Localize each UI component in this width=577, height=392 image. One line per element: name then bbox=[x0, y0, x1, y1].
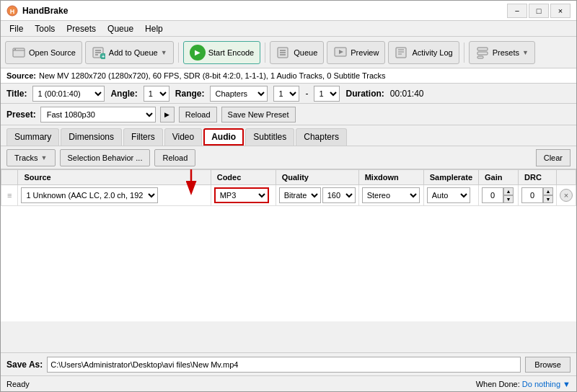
source-cell: 1 Unknown (AAC LC, 2.0 ch, 192 kbps) bbox=[18, 185, 211, 206]
svg-rect-22 bbox=[477, 56, 483, 58]
menu-file[interactable]: File bbox=[4, 22, 29, 35]
drc-spin-buttons: ▲ ▼ bbox=[543, 187, 553, 203]
open-source-button[interactable]: Open Source bbox=[5, 41, 82, 64]
start-encode-icon: ▶ bbox=[190, 45, 206, 61]
start-encode-label: Start Encode bbox=[208, 48, 255, 57]
tab-audio[interactable]: Audio bbox=[203, 128, 244, 146]
toolbar-separator-1 bbox=[178, 43, 179, 63]
add-to-queue-arrow[interactable]: ▼ bbox=[161, 49, 167, 56]
menu-tools[interactable]: Tools bbox=[29, 22, 61, 35]
save-new-preset-button[interactable]: Save New Preset bbox=[221, 107, 296, 122]
gain-down-button[interactable]: ▼ bbox=[503, 195, 514, 203]
menu-presets[interactable]: Presets bbox=[61, 22, 102, 35]
delete-track-button[interactable]: × bbox=[560, 189, 573, 202]
preset-select[interactable]: Fast 1080p30 bbox=[40, 107, 156, 122]
audio-table-area: Source Codec Quality Mixdown Samplerate … bbox=[1, 169, 576, 206]
drc-cell: ▲ ▼ bbox=[519, 185, 557, 206]
presets-arrow: ▼ bbox=[522, 49, 529, 56]
quality-value-select[interactable]: 160 bbox=[322, 187, 356, 203]
samplerate-select[interactable]: Auto bbox=[427, 187, 470, 203]
tab-chapters[interactable]: Chapters bbox=[296, 128, 347, 146]
queue-icon bbox=[276, 45, 291, 60]
maximize-button[interactable]: □ bbox=[529, 4, 549, 18]
reload-audio-button[interactable]: Reload bbox=[154, 149, 195, 166]
toolbar-separator-3 bbox=[464, 43, 464, 63]
mixdown-select[interactable]: Stereo bbox=[362, 187, 420, 203]
save-as-row: Save As: Browse bbox=[1, 352, 576, 375]
add-to-queue-icon: + bbox=[92, 45, 106, 60]
tracks-button[interactable]: Tracks ▼ bbox=[6, 149, 56, 166]
source-info-bar: Source: New MV 1280x720 (1280x720), 60 F… bbox=[1, 68, 576, 84]
activity-log-button[interactable]: Activity Log bbox=[388, 41, 459, 64]
tab-summary[interactable]: Summary bbox=[6, 128, 59, 146]
browse-button[interactable]: Browse bbox=[525, 357, 571, 373]
menu-queue[interactable]: Queue bbox=[102, 22, 139, 35]
delete-cell: × bbox=[557, 185, 576, 206]
col-delete bbox=[557, 170, 576, 185]
duration-label: Duration: bbox=[345, 89, 384, 99]
quality-type-select[interactable]: Bitrate: bbox=[279, 187, 321, 203]
codec-cell: MP3 AAC (avcodec) AC3 E-AC3 Flac 16-bit bbox=[211, 185, 276, 206]
drag-handle-icon[interactable]: ≡ bbox=[4, 191, 14, 200]
minimize-button[interactable]: − bbox=[507, 4, 527, 18]
range-select[interactable]: Chapters bbox=[210, 86, 268, 102]
preview-label: Preview bbox=[351, 48, 379, 57]
table-header-row: Source Codec Quality Mixdown Samplerate … bbox=[1, 170, 576, 185]
save-path-input[interactable] bbox=[47, 357, 521, 373]
titlebar-controls: − □ × bbox=[507, 4, 571, 18]
status-text: Ready bbox=[6, 380, 30, 388]
preview-button[interactable]: Preview bbox=[327, 41, 385, 64]
presets-label: Presets bbox=[493, 48, 519, 57]
preset-expand-button[interactable]: ▶ bbox=[160, 107, 175, 122]
col-drag bbox=[1, 170, 18, 185]
col-source: Source bbox=[18, 170, 211, 185]
drc-up-button[interactable]: ▲ bbox=[543, 187, 553, 195]
selection-behavior-button[interactable]: Selection Behavior ... bbox=[60, 149, 151, 166]
codec-select[interactable]: MP3 AAC (avcodec) AC3 E-AC3 Flac 16-bit bbox=[214, 187, 269, 203]
range-label: Range: bbox=[175, 89, 205, 99]
range-separator: - bbox=[305, 89, 308, 99]
reload-preset-button[interactable]: Reload bbox=[179, 107, 217, 122]
when-done-label: When Done: bbox=[476, 380, 520, 388]
menubar: File Tools Presets Queue Help bbox=[1, 21, 576, 37]
angle-select[interactable]: 1 bbox=[144, 86, 169, 102]
activity-log-icon bbox=[395, 45, 409, 60]
gain-up-button[interactable]: ▲ bbox=[503, 187, 514, 195]
tracks-label: Tracks bbox=[14, 153, 38, 162]
col-gain: Gain bbox=[479, 170, 519, 185]
title-select[interactable]: 1 (00:01:40) bbox=[32, 86, 105, 102]
presets-icon bbox=[475, 45, 490, 60]
tab-video[interactable]: Video bbox=[164, 128, 202, 146]
tab-subtitles[interactable]: Subtitles bbox=[245, 128, 294, 146]
title-row: Title: 1 (00:01:40) Angle: 1 Range: Chap… bbox=[1, 84, 576, 104]
presets-button[interactable]: Presets ▼ bbox=[469, 41, 535, 64]
svg-rect-21 bbox=[477, 52, 488, 55]
queue-label: Queue bbox=[294, 48, 317, 57]
clear-button[interactable]: Clear bbox=[536, 149, 571, 166]
menu-help[interactable]: Help bbox=[139, 22, 169, 35]
drc-down-button[interactable]: ▼ bbox=[543, 195, 553, 203]
source-label: Source: bbox=[6, 71, 36, 80]
when-done-value[interactable]: Do nothing ▼ bbox=[522, 380, 571, 388]
toolbar: Open Source + Add to Queue ▼ ▶ Start Enc… bbox=[1, 37, 576, 68]
chapter-start-select[interactable]: 1 bbox=[273, 86, 299, 102]
mixdown-cell: Stereo bbox=[358, 185, 423, 206]
source-value: New MV 1280x720 (1280x720), 60 FPS, SDR … bbox=[39, 71, 386, 80]
titlebar-left: H HandBrake bbox=[6, 5, 68, 17]
close-button[interactable]: × bbox=[550, 4, 571, 18]
start-encode-button[interactable]: ▶ Start Encode bbox=[183, 41, 261, 64]
app-icon: H bbox=[6, 5, 18, 17]
add-to-queue-button[interactable]: + Add to Queue ▼ bbox=[85, 41, 174, 64]
tab-filters[interactable]: Filters bbox=[123, 128, 163, 146]
chapter-end-select[interactable]: 1 bbox=[314, 86, 340, 102]
svg-text:H: H bbox=[10, 8, 15, 15]
table-row: ≡ 1 Unknown (AAC LC, 2.0 ch, 192 kbps) M… bbox=[1, 185, 576, 206]
audio-table: Source Codec Quality Mixdown Samplerate … bbox=[1, 169, 576, 206]
preset-row: Preset: Fast 1080p30 ▶ Reload Save New P… bbox=[1, 104, 576, 125]
queue-button[interactable]: Queue bbox=[270, 41, 324, 64]
drc-input[interactable] bbox=[521, 187, 543, 203]
tab-dimensions[interactable]: Dimensions bbox=[61, 128, 122, 146]
gain-input[interactable] bbox=[482, 187, 503, 203]
source-track-select[interactable]: 1 Unknown (AAC LC, 2.0 ch, 192 kbps) bbox=[21, 187, 158, 203]
duration-value: 00:01:40 bbox=[390, 89, 424, 99]
